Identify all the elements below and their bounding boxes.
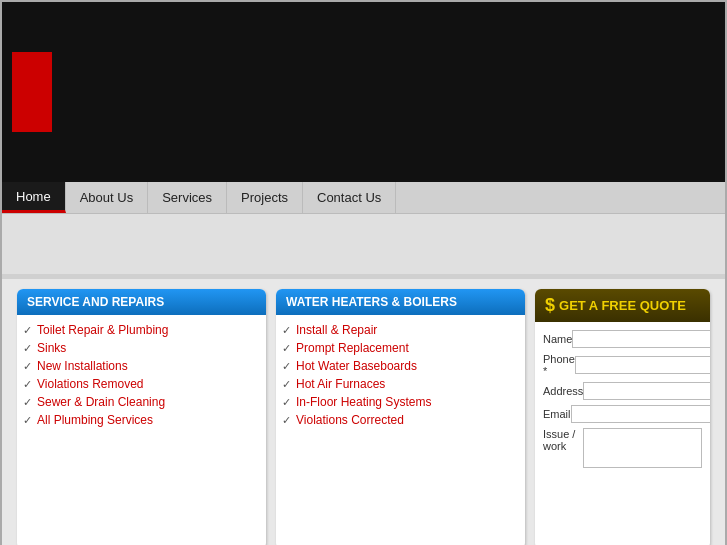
quote-header: $ GET A FREE QUOTE bbox=[535, 289, 710, 322]
address-input[interactable] bbox=[583, 382, 710, 400]
list-item: ✓ Hot Water Baseboards bbox=[282, 359, 519, 373]
form-row-name: Name bbox=[543, 330, 702, 348]
nav-item-about[interactable]: About Us bbox=[66, 182, 148, 213]
quote-title: GET A FREE QUOTE bbox=[559, 298, 686, 313]
middle-area bbox=[2, 214, 725, 274]
form-row-address: Address bbox=[543, 382, 702, 400]
form-row-email: Email bbox=[543, 405, 702, 423]
check-icon: ✓ bbox=[282, 342, 291, 355]
name-label: Name bbox=[543, 333, 572, 345]
water-heaters-box: WATER HEATERS & BOILERS ✓ Install & Repa… bbox=[276, 289, 525, 545]
nav-item-projects[interactable]: Projects bbox=[227, 182, 303, 213]
check-icon: ✓ bbox=[282, 378, 291, 391]
water-heaters-body: ✓ Install & Repair ✓ Prompt Replacement … bbox=[276, 315, 525, 439]
nav-item-home[interactable]: Home bbox=[2, 182, 66, 213]
check-icon: ✓ bbox=[282, 324, 291, 337]
list-item: ✓ Prompt Replacement bbox=[282, 341, 519, 355]
list-item: ✓ Install & Repair bbox=[282, 323, 519, 337]
nav-item-services[interactable]: Services bbox=[148, 182, 227, 213]
list-item: ✓ Toilet Repair & Plumbing bbox=[23, 323, 260, 337]
quote-body: Name Phone * Address Email Issue / work bbox=[535, 322, 710, 481]
check-icon: ✓ bbox=[23, 342, 32, 355]
list-item: ✓ Violations Removed bbox=[23, 377, 260, 391]
check-icon: ✓ bbox=[23, 396, 32, 409]
service-repairs-body: ✓ Toilet Repair & Plumbing ✓ Sinks ✓ New… bbox=[17, 315, 266, 439]
service-repairs-box: SERVICE AND REPAIRS ✓ Toilet Repair & Pl… bbox=[17, 289, 266, 545]
content-area: SERVICE AND REPAIRS ✓ Toilet Repair & Pl… bbox=[2, 279, 725, 545]
email-label: Email bbox=[543, 408, 571, 420]
address-label: Address bbox=[543, 385, 583, 397]
issue-textarea[interactable] bbox=[583, 428, 702, 468]
nav-bar: Home About Us Services Projects Contact … bbox=[2, 182, 725, 214]
dollar-icon: $ bbox=[545, 295, 555, 316]
check-icon: ✓ bbox=[23, 324, 32, 337]
list-item: ✓ All Plumbing Services bbox=[23, 413, 260, 427]
form-row-issue: Issue / work bbox=[543, 428, 702, 468]
list-item: ✓ Violations Corrected bbox=[282, 413, 519, 427]
check-icon: ✓ bbox=[23, 414, 32, 427]
list-item: ✓ Sinks bbox=[23, 341, 260, 355]
email-input[interactable] bbox=[571, 405, 710, 423]
water-heaters-header: WATER HEATERS & BOILERS bbox=[276, 289, 525, 315]
list-item: ✓ New Installations bbox=[23, 359, 260, 373]
list-item: ✓ In-Floor Heating Systems bbox=[282, 395, 519, 409]
list-item: ✓ Hot Air Furnaces bbox=[282, 377, 519, 391]
check-icon: ✓ bbox=[282, 396, 291, 409]
check-icon: ✓ bbox=[282, 360, 291, 373]
list-item: ✓ Sewer & Drain Cleaning bbox=[23, 395, 260, 409]
form-row-phone: Phone * bbox=[543, 353, 702, 377]
phone-input[interactable] bbox=[575, 356, 710, 374]
quote-box: $ GET A FREE QUOTE Name Phone * Address … bbox=[535, 289, 710, 545]
check-icon: ✓ bbox=[282, 414, 291, 427]
page-wrapper: Home About Us Services Projects Contact … bbox=[0, 0, 727, 545]
name-input[interactable] bbox=[572, 330, 710, 348]
issue-label: Issue / work bbox=[543, 428, 583, 452]
header-banner bbox=[2, 2, 725, 182]
check-icon: ✓ bbox=[23, 378, 32, 391]
phone-label: Phone * bbox=[543, 353, 575, 377]
nav-item-contact[interactable]: Contact Us bbox=[303, 182, 396, 213]
check-icon: ✓ bbox=[23, 360, 32, 373]
header-red-block bbox=[12, 52, 52, 132]
service-repairs-header: SERVICE AND REPAIRS bbox=[17, 289, 266, 315]
